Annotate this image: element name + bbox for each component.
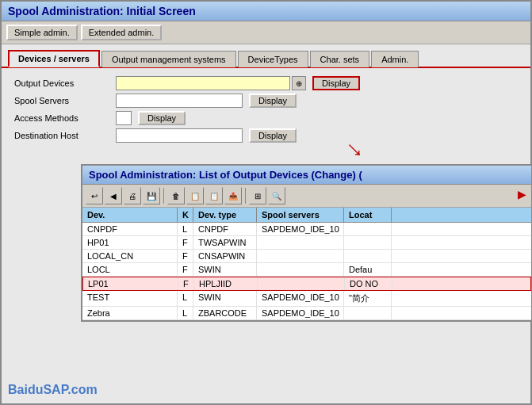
header-dev: Dev. [82,208,178,222]
cell-dev: CNPDF [82,223,178,235]
sub-window: Spool Administration: List of Output Dev… [81,164,532,322]
cell-devtype: TWSAPWIN [193,236,257,249]
cell-k: L [178,307,193,319]
table-row[interactable]: Zebra L ZBARCODE SAPDEMO_IDE_10 [82,307,531,320]
main-title: Spool Administration: Initial Screen [8,5,196,17]
sub-arrow-right: ▶ [518,188,526,201]
toolbar-copy1-icon[interactable]: 📋 [186,187,204,204]
table-row[interactable]: HP01 F TWSAPWIN [82,236,531,250]
output-devices-input-group: ⊕ [116,76,306,90]
header-spool: Spool servers [257,208,344,222]
sub-toolbar: ↩ ◀ 🖨 💾 🗑 📋 📋 📤 ⊞ 🔍 ▶ [82,185,531,208]
cell-spool [257,263,344,276]
output-devices-label: Output Devices [14,78,109,88]
cell-devtype: ZBARCODE [193,307,257,319]
output-devices-input[interactable] [116,76,290,90]
cell-dev: LP01 [83,277,178,290]
table-body: CNPDF L CNPDF SAPDEMO_IDE_10 HP01 F TWSA… [82,223,531,320]
simple-admin-button[interactable]: Simple admin. [6,25,78,40]
toolbar-print-icon[interactable]: 🖨 [124,187,141,204]
cell-devtype: HPLJIID [194,277,258,290]
main-toolbar: Simple admin. Extended admin. [2,21,530,44]
table-row-highlighted[interactable]: LP01 F HPLJIID DO NO [82,277,531,291]
cell-spool [257,236,344,249]
cell-spool: SAPDEMO_IDE_10 [257,291,344,306]
output-devices-display-button[interactable]: Display [312,76,360,90]
spool-servers-display-button[interactable]: Display [249,94,297,108]
cell-k: F [178,277,194,290]
tab-charsets[interactable]: Char. sets [310,51,370,67]
table-area: Dev. K Dev. type Spool servers Locat CNP… [82,208,531,320]
access-methods-input[interactable] [116,111,132,125]
table-row[interactable]: TEST L SWIN SAPDEMO_IDE_10 "简介 [82,291,531,307]
cell-devtype: SWIN [193,263,257,276]
toolbar-back-icon[interactable]: ↩ [86,187,103,204]
form-area: Output Devices ⊕ Display Spool Servers D… [2,68,530,154]
main-title-bar: Spool Administration: Initial Screen [2,2,530,21]
access-methods-label: Access Methods [14,113,109,123]
spool-servers-row: Spool Servers Display [14,94,518,108]
destination-host-row: Destination Host Display [14,128,518,143]
access-methods-row: Access Methods Display [14,111,518,125]
cell-spool [257,250,344,262]
tab-output[interactable]: Output management systems [101,51,236,67]
cell-k: F [178,250,193,262]
cell-dev: LOCL [82,263,178,276]
destination-host-input[interactable] [116,128,243,143]
cell-dev: Zebra [82,307,178,319]
cell-k: L [178,291,193,306]
access-methods-display-button[interactable]: Display [138,111,186,125]
cell-k: F [178,236,193,249]
destination-host-label: Destination Host [14,131,109,140]
header-k: K [178,208,193,222]
table-row[interactable]: LOCL F SWIN Defau [82,263,531,277]
cell-dev: HP01 [82,236,178,249]
tab-devices[interactable]: Devices / servers [8,50,100,67]
table-header: Dev. K Dev. type Spool servers Locat [82,208,531,223]
watermark: BaiduSAP.com [8,383,98,397]
toolbar-copy3-icon[interactable]: 📤 [224,187,242,204]
toolbar-sep1 [163,188,164,204]
cell-locat [344,250,392,262]
destination-host-display-button[interactable]: Display [249,128,297,143]
cell-devtype: SWIN [193,291,257,306]
cell-k: L [178,223,193,235]
main-window: Spool Administration: Initial Screen Sim… [0,0,532,405]
header-devtype: Dev. type [193,208,257,222]
cell-locat: "简介 [344,291,392,306]
cell-spool [258,277,345,290]
cell-devtype: CNSAPWIN [193,250,257,262]
output-devices-row: Output Devices ⊕ Display [14,76,518,90]
cell-locat [344,236,392,249]
output-devices-search-icon[interactable]: ⊕ [292,76,306,90]
cell-k: F [178,263,193,276]
header-locat: Locat [344,208,392,222]
cell-locat: Defau [344,263,392,276]
cell-spool: SAPDEMO_IDE_10 [257,307,344,319]
spool-servers-label: Spool Servers [14,96,109,105]
sub-title-bar: Spool Administration: List of Output Dev… [82,166,531,185]
cell-locat: DO NO [345,277,392,290]
toolbar-copy2-icon[interactable]: 📋 [205,187,223,204]
toolbar-delete-icon[interactable]: 🗑 [167,187,185,204]
cell-dev: TEST [82,291,178,306]
table-row[interactable]: CNPDF L CNPDF SAPDEMO_IDE_10 [82,223,531,236]
cell-locat [344,307,392,319]
cell-locat [344,223,392,235]
toolbar-save-icon[interactable]: 💾 [143,187,160,204]
table-row[interactable]: LOCAL_CN F CNSAPWIN [82,250,531,263]
spool-servers-input[interactable] [116,94,243,108]
extended-admin-button[interactable]: Extended admin. [81,25,163,40]
cell-dev: LOCAL_CN [82,250,178,262]
toolbar-table-icon[interactable]: ⊞ [249,187,266,204]
toolbar-prev-icon[interactable]: ◀ [105,187,122,204]
sub-title: Spool Administration: List of Output Dev… [89,169,362,181]
toolbar-sep2 [245,188,246,204]
tab-devicetypes[interactable]: DeviceTypes [238,51,308,67]
toolbar-search-icon[interactable]: 🔍 [268,187,285,204]
cell-devtype: CNPDF [193,223,257,235]
tabs-area: Devices / servers Output management syst… [2,44,530,68]
tab-admin[interactable]: Admin. [371,51,419,67]
cell-spool: SAPDEMO_IDE_10 [257,223,344,235]
